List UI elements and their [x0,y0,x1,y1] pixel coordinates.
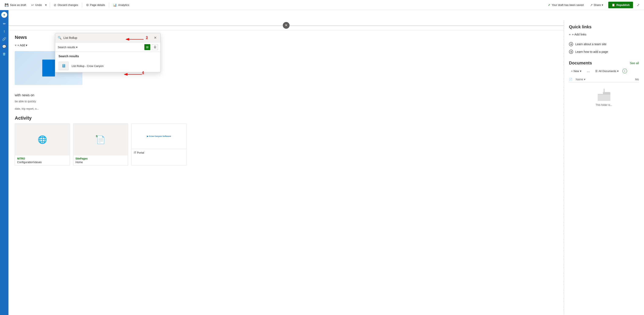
new-doc-button[interactable]: + New ▾ [569,68,584,74]
undo-dropdown-button[interactable]: ▾ [45,2,48,8]
doc-col-more: Mo [635,78,639,81]
webpart-result-item[interactable]: 🖥 List Rollup - Crow Canyon [55,59,160,72]
edit-icon: ✏ [3,22,6,26]
sidebar-comment-icon-btn[interactable]: 💬 [1,43,8,50]
expand-icon: ⤢ [637,3,640,7]
doc-info-button[interactable]: i [622,69,627,73]
globe-icon-1: ⊕ [569,42,573,46]
add-chevron-icon: ▾ [26,43,27,47]
link-icon: 🔗 [2,37,6,41]
list-view-button[interactable]: ☰ [152,44,158,50]
search-results-dropdown[interactable]: Search results ▾ [58,46,78,49]
activity-card-sitepages-body: SitePages Home [73,155,128,165]
save-icon: 💾 [5,3,9,7]
empty-folder: This folder is... [569,82,639,111]
close-section-button[interactable]: ✕ [283,22,290,29]
add-label: + Add [17,43,25,47]
grid-view-button[interactable]: ⊞ [144,44,150,50]
doc-col-name[interactable]: Name ▾ [576,78,635,81]
discard-icon: ⊘ [54,3,56,7]
activity-card-nitro[interactable]: 🌐 NITRO ConfigurationValues [15,123,70,166]
activity-card-sitepages[interactable]: 📄 S SitePages Home [73,123,128,166]
activity-card-sitepages-img: 📄 S [73,124,128,155]
right-panel: Quick links + + Add links ⊕ Learn about … [564,20,644,315]
empty-folder-text: This folder is... [596,103,612,106]
sidebar-edit-icon-btn[interactable]: ✏ [1,20,8,27]
info-icon: i [624,69,625,73]
quick-link-label-2: Learn how to add a page [575,50,608,53]
draft-saved-indicator: ✓ Your draft has been saved [548,3,584,6]
name-col-label: Name [576,78,583,81]
sidebar-move-icon-btn[interactable]: ↕ [1,28,8,35]
add-button[interactable]: + + Add ▾ [15,43,27,48]
quick-link-item-2[interactable]: ⊕ Learn how to add a page [569,48,639,55]
section-divider: ✕ [8,20,564,30]
doc-more-button[interactable]: ... [585,68,591,74]
all-docs-chevron-icon: ▾ [617,69,619,73]
page-details-icon: ⚙ [86,3,89,7]
republish-icon: 📋 [612,3,615,6]
republish-button[interactable]: 📋 Republish [608,2,633,8]
analytics-icon: 📊 [113,3,117,7]
add-links-button[interactable]: + + Add links [569,32,586,37]
undo-button[interactable]: ↩ Undo [29,2,44,8]
folder-svg [596,87,612,103]
activity-card-sitepages-category: SitePages [76,157,126,160]
save-draft-label: Save as draft [10,3,26,6]
expand-button[interactable]: ⤢ [635,2,642,8]
activity-cards: 🌐 NITRO ConfigurationValues 📄 S [15,123,192,166]
quick-link-item-1[interactable]: ⊕ Learn about a team site [569,40,639,48]
documents-title: Documents [569,61,592,65]
undo-label: Undo [35,3,42,6]
left-sidebar: + ✏ ↕ 🔗 💬 🗑 [0,10,8,315]
comment-icon: 💬 [2,44,6,49]
toolbar: 💾 Save as draft ↩ Undo ▾ ⊘ Discard chang… [0,0,644,10]
add-links-label: + Add links [572,33,586,36]
activity-card-nitro-img: 🌐 [15,124,70,155]
draft-saved-text: Your draft has been saved [552,3,584,6]
sidebar-link-icon-btn[interactable]: 🔗 [1,35,8,42]
file-icon: 📄 [569,78,572,81]
undo-icon: ↩ [31,3,34,7]
save-draft-button[interactable]: 💾 Save as draft [2,2,28,8]
canyon-software-text: ▶ Crow Canyon Software [147,135,171,137]
doc-toolbar: + New ▾ ... ☰ All Documents ▾ i [569,68,639,74]
webpart-close-button[interactable]: ✕ [152,35,158,40]
analytics-button[interactable]: 📊 Analytics [111,2,131,8]
add-links-plus-icon: + [569,33,571,36]
filter-chevron-icon: ▾ [76,46,78,49]
list-icon: ☰ [595,69,598,73]
new-plus-icon: + [571,69,573,73]
discard-button[interactable]: ⊘ Discard changes [52,2,80,8]
content-area: ✕ News + + Add ▾ with news on be able to… [8,20,564,315]
activity-card-itportal-img: ▶ Crow Canyon Software [132,124,186,149]
webpart-search-bar: 🔍 ✕ [55,33,160,42]
documents-section: Documents See all + New ▾ ... ☰ All Docu… [569,61,639,111]
activity-card-nitro-body: NITRO ConfigurationValues [15,155,70,165]
toolbar-divider-1 [50,2,50,7]
page-details-label: Page details [90,3,105,6]
doc-col-icon: 📄 [569,78,576,81]
share-chevron-icon: ▾ [602,3,603,6]
see-all-link[interactable]: See all [630,61,639,65]
sidebar-delete-icon-btn[interactable]: 🗑 [1,51,8,57]
documents-header: Documents See all [569,61,639,65]
toolbar-divider-2 [82,2,82,7]
webpart-search-input[interactable] [64,36,151,39]
webpart-results-title: Search results [55,52,160,59]
check-icon: ✓ [548,3,550,6]
discard-label: Discard changes [58,3,78,6]
republish-label: Republish [616,3,630,6]
share-button[interactable]: ↗ Share ▾ [588,2,606,8]
activity-card-itportal[interactable]: ▶ Crow Canyon Software IT Portal [132,123,186,166]
activity-title: Activity [15,115,192,121]
activity-card-itportal-title: IT Portal [134,151,184,154]
all-docs-button[interactable]: ☰ All Documents ▾ [593,68,621,74]
activity-card-sitepages-title: Home [76,161,126,164]
activity-card-nitro-category: NITRO [17,157,68,160]
page-details-button[interactable]: ⚙ Page details [84,2,107,8]
quick-link-label-1: Learn about a team site [575,42,606,46]
webpart-result-label: List Rollup - Crow Canyon [72,64,104,68]
quick-links-title: Quick links [569,24,639,29]
sidebar-add-button[interactable]: + [1,12,7,18]
